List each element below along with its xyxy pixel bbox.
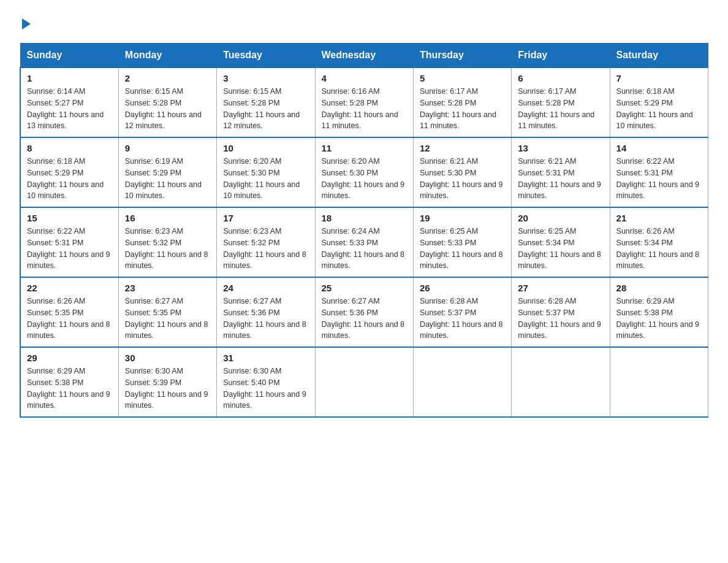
day-info: Sunrise: 6:20 AM Sunset: 5:30 PM Dayligh… — [322, 156, 407, 202]
day-info: Sunrise: 6:30 AM Sunset: 5:40 PM Dayligh… — [223, 366, 308, 412]
calendar-empty-cell — [413, 347, 511, 417]
day-info: Sunrise: 6:23 AM Sunset: 5:32 PM Dayligh… — [125, 226, 210, 272]
header-tuesday: Tuesday — [217, 44, 315, 68]
calendar-day-cell: 15 Sunrise: 6:22 AM Sunset: 5:31 PM Dayl… — [20, 207, 118, 277]
day-number: 26 — [420, 283, 505, 293]
day-number: 31 — [223, 353, 308, 363]
header-saturday: Saturday — [610, 44, 708, 68]
day-info: Sunrise: 6:17 AM Sunset: 5:28 PM Dayligh… — [420, 86, 505, 132]
day-info: Sunrise: 6:19 AM Sunset: 5:29 PM Dayligh… — [125, 156, 210, 202]
day-info: Sunrise: 6:28 AM Sunset: 5:37 PM Dayligh… — [420, 296, 505, 342]
calendar-day-cell: 24 Sunrise: 6:27 AM Sunset: 5:36 PM Dayl… — [217, 277, 315, 347]
day-info: Sunrise: 6:21 AM Sunset: 5:30 PM Dayligh… — [420, 156, 505, 202]
day-info: Sunrise: 6:25 AM Sunset: 5:34 PM Dayligh… — [518, 226, 603, 272]
calendar-week-row: 1 Sunrise: 6:14 AM Sunset: 5:27 PM Dayli… — [20, 67, 708, 137]
calendar-day-cell: 11 Sunrise: 6:20 AM Sunset: 5:30 PM Dayl… — [315, 137, 413, 207]
day-info: Sunrise: 6:15 AM Sunset: 5:28 PM Dayligh… — [125, 86, 210, 132]
day-number: 22 — [27, 283, 112, 293]
day-number: 5 — [420, 73, 505, 83]
calendar-day-cell: 8 Sunrise: 6:18 AM Sunset: 5:29 PM Dayli… — [20, 137, 118, 207]
day-info: Sunrise: 6:21 AM Sunset: 5:31 PM Dayligh… — [518, 156, 603, 202]
header-sunday: Sunday — [20, 44, 118, 68]
calendar-day-cell: 12 Sunrise: 6:21 AM Sunset: 5:30 PM Dayl… — [413, 137, 511, 207]
day-number: 3 — [223, 73, 308, 83]
calendar-day-cell: 28 Sunrise: 6:29 AM Sunset: 5:38 PM Dayl… — [610, 277, 708, 347]
day-number: 10 — [223, 143, 308, 153]
day-number: 20 — [518, 213, 603, 223]
calendar-week-row: 29 Sunrise: 6:29 AM Sunset: 5:38 PM Dayl… — [20, 347, 708, 417]
day-number: 1 — [27, 73, 112, 83]
day-info: Sunrise: 6:27 AM Sunset: 5:36 PM Dayligh… — [223, 296, 308, 342]
calendar-week-row: 8 Sunrise: 6:18 AM Sunset: 5:29 PM Dayli… — [20, 137, 708, 207]
calendar-day-cell: 25 Sunrise: 6:27 AM Sunset: 5:36 PM Dayl… — [315, 277, 413, 347]
header-friday: Friday — [512, 44, 610, 68]
day-info: Sunrise: 6:26 AM Sunset: 5:34 PM Dayligh… — [616, 226, 702, 272]
day-number: 23 — [125, 283, 210, 293]
day-info: Sunrise: 6:20 AM Sunset: 5:30 PM Dayligh… — [223, 156, 308, 202]
calendar-day-cell: 9 Sunrise: 6:19 AM Sunset: 5:29 PM Dayli… — [118, 137, 216, 207]
calendar-week-row: 22 Sunrise: 6:26 AM Sunset: 5:35 PM Dayl… — [20, 277, 708, 347]
day-number: 7 — [616, 73, 702, 83]
calendar-empty-cell — [512, 347, 610, 417]
logo-triangle-icon — [22, 18, 31, 29]
day-info: Sunrise: 6:16 AM Sunset: 5:28 PM Dayligh… — [322, 86, 407, 132]
header-thursday: Thursday — [413, 44, 511, 68]
calendar-table: SundayMondayTuesdayWednesdayThursdayFrid… — [20, 43, 708, 418]
day-number: 12 — [420, 143, 505, 153]
day-info: Sunrise: 6:27 AM Sunset: 5:36 PM Dayligh… — [322, 296, 407, 342]
day-number: 18 — [322, 213, 407, 223]
calendar-day-cell: 31 Sunrise: 6:30 AM Sunset: 5:40 PM Dayl… — [217, 347, 315, 417]
calendar-empty-cell — [610, 347, 708, 417]
day-info: Sunrise: 6:23 AM Sunset: 5:32 PM Dayligh… — [223, 226, 308, 272]
calendar-day-cell: 30 Sunrise: 6:30 AM Sunset: 5:39 PM Dayl… — [118, 347, 216, 417]
calendar-day-cell: 27 Sunrise: 6:28 AM Sunset: 5:37 PM Dayl… — [512, 277, 610, 347]
page-header — [20, 15, 708, 31]
day-number: 11 — [322, 143, 407, 153]
calendar-day-cell: 6 Sunrise: 6:17 AM Sunset: 5:28 PM Dayli… — [512, 67, 610, 137]
day-number: 4 — [322, 73, 407, 83]
day-info: Sunrise: 6:29 AM Sunset: 5:38 PM Dayligh… — [27, 366, 112, 412]
day-number: 6 — [518, 73, 603, 83]
day-number: 29 — [27, 353, 112, 363]
day-info: Sunrise: 6:25 AM Sunset: 5:33 PM Dayligh… — [420, 226, 505, 272]
calendar-day-cell: 18 Sunrise: 6:24 AM Sunset: 5:33 PM Dayl… — [315, 207, 413, 277]
calendar-day-cell: 5 Sunrise: 6:17 AM Sunset: 5:28 PM Dayli… — [413, 67, 511, 137]
calendar-week-row: 15 Sunrise: 6:22 AM Sunset: 5:31 PM Dayl… — [20, 207, 708, 277]
calendar-day-cell: 1 Sunrise: 6:14 AM Sunset: 5:27 PM Dayli… — [20, 67, 118, 137]
day-number: 16 — [125, 213, 210, 223]
day-number: 13 — [518, 143, 603, 153]
day-info: Sunrise: 6:14 AM Sunset: 5:27 PM Dayligh… — [27, 86, 112, 132]
day-number: 27 — [518, 283, 603, 293]
day-info: Sunrise: 6:26 AM Sunset: 5:35 PM Dayligh… — [27, 296, 112, 342]
day-info: Sunrise: 6:15 AM Sunset: 5:28 PM Dayligh… — [223, 86, 308, 132]
day-number: 28 — [616, 283, 702, 293]
day-number: 2 — [125, 73, 210, 83]
day-info: Sunrise: 6:22 AM Sunset: 5:31 PM Dayligh… — [27, 226, 112, 272]
calendar-day-cell: 17 Sunrise: 6:23 AM Sunset: 5:32 PM Dayl… — [217, 207, 315, 277]
day-info: Sunrise: 6:18 AM Sunset: 5:29 PM Dayligh… — [616, 86, 702, 132]
calendar-day-cell: 29 Sunrise: 6:29 AM Sunset: 5:38 PM Dayl… — [20, 347, 118, 417]
calendar-day-cell: 13 Sunrise: 6:21 AM Sunset: 5:31 PM Dayl… — [512, 137, 610, 207]
day-info: Sunrise: 6:22 AM Sunset: 5:31 PM Dayligh… — [616, 156, 702, 202]
day-number: 9 — [125, 143, 210, 153]
day-info: Sunrise: 6:17 AM Sunset: 5:28 PM Dayligh… — [518, 86, 603, 132]
calendar-day-cell: 21 Sunrise: 6:26 AM Sunset: 5:34 PM Dayl… — [610, 207, 708, 277]
day-number: 25 — [322, 283, 407, 293]
day-number: 14 — [616, 143, 702, 153]
day-info: Sunrise: 6:18 AM Sunset: 5:29 PM Dayligh… — [27, 156, 112, 202]
calendar-day-cell: 3 Sunrise: 6:15 AM Sunset: 5:28 PM Dayli… — [217, 67, 315, 137]
day-info: Sunrise: 6:28 AM Sunset: 5:37 PM Dayligh… — [518, 296, 603, 342]
calendar-day-cell: 20 Sunrise: 6:25 AM Sunset: 5:34 PM Dayl… — [512, 207, 610, 277]
day-info: Sunrise: 6:29 AM Sunset: 5:38 PM Dayligh… — [616, 296, 702, 342]
day-number: 24 — [223, 283, 308, 293]
calendar-day-cell: 14 Sunrise: 6:22 AM Sunset: 5:31 PM Dayl… — [610, 137, 708, 207]
calendar-day-cell: 19 Sunrise: 6:25 AM Sunset: 5:33 PM Dayl… — [413, 207, 511, 277]
calendar-day-cell: 22 Sunrise: 6:26 AM Sunset: 5:35 PM Dayl… — [20, 277, 118, 347]
day-number: 8 — [27, 143, 112, 153]
header-monday: Monday — [118, 44, 216, 68]
day-info: Sunrise: 6:24 AM Sunset: 5:33 PM Dayligh… — [322, 226, 407, 272]
calendar-day-cell: 7 Sunrise: 6:18 AM Sunset: 5:29 PM Dayli… — [610, 67, 708, 137]
day-number: 30 — [125, 353, 210, 363]
day-info: Sunrise: 6:30 AM Sunset: 5:39 PM Dayligh… — [125, 366, 210, 412]
logo — [20, 18, 31, 31]
